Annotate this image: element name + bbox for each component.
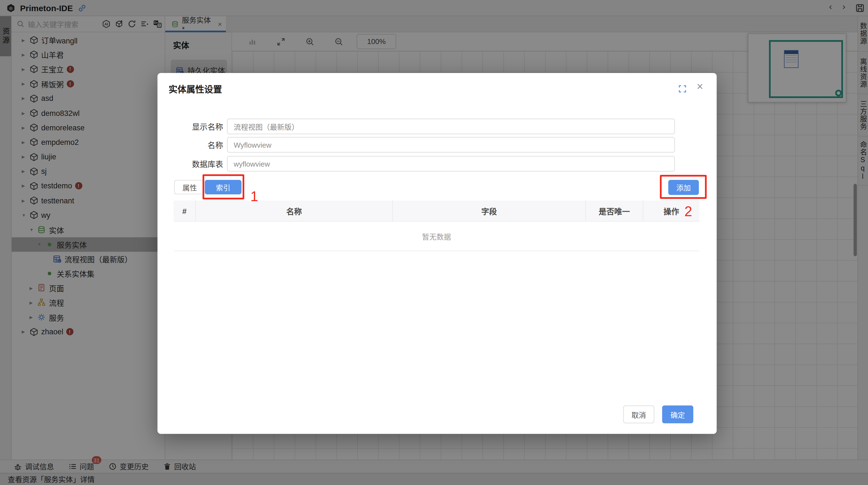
annotation-number-1: 1 (250, 188, 258, 204)
form-row: 名称 (157, 137, 717, 153)
dialog-title: 实体属性设置 (168, 82, 222, 95)
cancel-button[interactable]: 取消 (623, 406, 654, 423)
annotation-number-2: 2 (684, 203, 692, 220)
dialog-tab-属性[interactable]: 属性 (174, 180, 205, 195)
table-header-cell: 名称 (196, 201, 393, 221)
field-label: 数据库表 (157, 158, 223, 169)
ok-button[interactable]: 确定 (662, 406, 693, 423)
index-table: #名称字段是否唯一操作 暂无数据 (174, 201, 700, 251)
app-window: Primeton-IDE ‹ › 资源 输入关键字搜索 AIEn文 ▶订单wan… (0, 0, 868, 485)
field-input-0[interactable] (227, 119, 675, 134)
dialog-close-icon[interactable]: × (696, 80, 703, 93)
field-input-1[interactable] (227, 137, 675, 153)
field-label: 显示名称 (157, 121, 223, 132)
table-header-cell: 字段 (393, 201, 586, 221)
table-header-cell: 是否唯一 (586, 201, 643, 221)
fullscreen-icon[interactable] (678, 85, 687, 93)
annotation-box-step1 (203, 174, 244, 199)
annotation-box-step2 (660, 175, 707, 199)
table-header-cell: # (174, 201, 196, 221)
field-label: 名称 (157, 139, 223, 150)
entity-properties-dialog: 实体属性设置 × 显示名称名称数据库表 属性索引 添加 #名称字段是否唯一操作 … (157, 73, 717, 434)
table-empty-state: 暂无数据 (174, 222, 700, 251)
field-input-2[interactable] (227, 156, 675, 172)
form-row: 显示名称 (157, 119, 717, 134)
form-row: 数据库表 (157, 156, 717, 172)
